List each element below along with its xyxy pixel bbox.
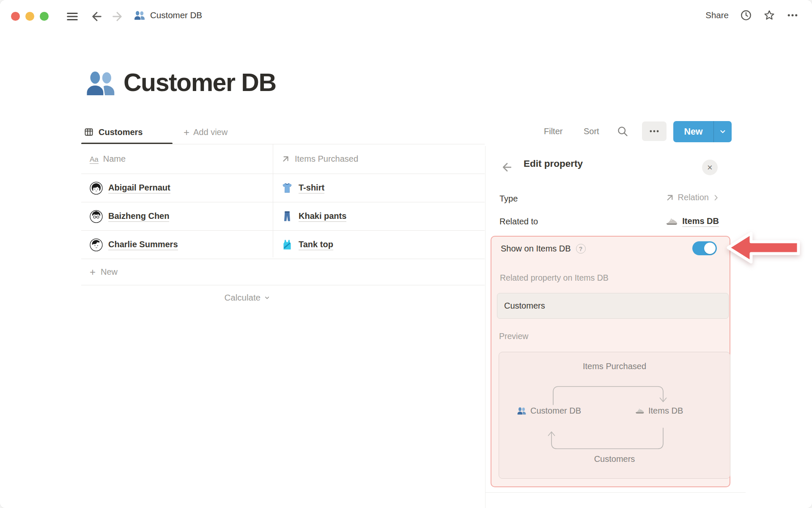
related-property-label: Related property on Items DB <box>500 273 609 283</box>
panel-title: Edit property <box>524 158 583 169</box>
ellipsis-icon[interactable] <box>787 9 798 21</box>
zoom-window-button[interactable] <box>40 12 49 21</box>
table-row: Abigail Pernaut T-shirt <box>81 174 485 202</box>
share-button[interactable]: Share <box>705 10 729 20</box>
customers-table: Aa Name Items Purchased Abigail Pernaut … <box>81 144 485 303</box>
add-view-button[interactable]: + Add view <box>184 127 228 137</box>
chevron-right-icon <box>712 194 720 202</box>
close-window-button[interactable] <box>11 12 20 21</box>
column-header-label: Name <box>103 154 126 164</box>
more-options-button[interactable] <box>642 121 667 141</box>
text-type-icon: Aa <box>90 154 99 164</box>
toggle-knob <box>704 243 716 254</box>
new-button[interactable]: New <box>673 121 732 142</box>
related-to-value[interactable]: Items DB <box>665 215 719 228</box>
sort-button[interactable]: Sort <box>584 127 599 136</box>
back-icon[interactable] <box>90 10 104 23</box>
filter-button[interactable]: Filter <box>544 127 562 136</box>
related-property-input[interactable] <box>497 293 729 319</box>
table-view-icon <box>84 127 94 137</box>
chevron-down-icon[interactable] <box>714 121 732 142</box>
avatar <box>90 210 103 223</box>
calculate-button[interactable]: Calculate <box>225 293 270 303</box>
plus-icon: + <box>184 128 189 137</box>
table-header-row: Aa Name Items Purchased <box>81 144 485 174</box>
panel-divider <box>485 146 486 508</box>
sneaker-icon <box>635 406 645 416</box>
relation-link[interactable]: Khaki pants <box>299 211 346 222</box>
preview-items-db: Items DB <box>635 406 683 416</box>
tab-customers[interactable]: Customers <box>84 127 143 137</box>
notion-window: Customer DB Share Customer DB Customers … <box>0 0 812 508</box>
column-divider <box>273 144 273 257</box>
star-icon[interactable] <box>763 9 775 21</box>
column-header-items-purchased[interactable]: Items Purchased <box>273 144 485 174</box>
add-view-label: Add view <box>193 127 228 137</box>
people-icon[interactable] <box>85 67 117 99</box>
tab-label: Customers <box>99 127 143 137</box>
name-cell[interactable]: Abigail Pernaut <box>81 174 273 202</box>
relation-link[interactable]: T-shirt <box>299 183 324 193</box>
name-cell[interactable]: Baizheng Chen <box>81 202 273 230</box>
show-on-items-db-label: Show on Items DB <box>501 244 571 254</box>
type-label: Type <box>499 194 518 204</box>
type-value[interactable]: Relation <box>665 193 720 202</box>
preview-items-db-label: Items DB <box>648 406 683 416</box>
menu-icon[interactable] <box>66 10 79 23</box>
avatar <box>90 238 103 251</box>
people-icon <box>517 406 527 416</box>
chevron-down-icon <box>264 295 270 301</box>
forward-icon <box>110 10 124 23</box>
jeans-icon <box>281 210 293 222</box>
relation-arrow-icon <box>665 193 675 202</box>
page-link[interactable]: Baizheng Chen <box>108 211 169 222</box>
new-button-label[interactable]: New <box>673 121 713 142</box>
table-row: Baizheng Chen Khaki pants <box>81 202 485 231</box>
sneaker-icon <box>665 215 678 228</box>
preview-top-property: Items Purchased <box>499 362 730 371</box>
preview-customer-db: Customer DB <box>517 406 581 416</box>
related-to-label: Related to <box>499 217 538 226</box>
show-on-items-db-row: Show on Items DB ? <box>501 244 586 254</box>
tshirt-icon <box>281 182 293 194</box>
page-link[interactable]: Charlie Summers <box>108 240 178 250</box>
column-header-label: Items Purchased <box>295 154 358 164</box>
window-controls <box>11 12 49 21</box>
preview-bottom-property: Customers <box>499 454 730 464</box>
column-header-name[interactable]: Aa Name <box>81 144 273 174</box>
panel-bottom-divider <box>485 492 746 493</box>
calculate-row: Calculate <box>81 293 273 303</box>
calculate-label: Calculate <box>225 293 261 303</box>
tanktop-icon <box>281 239 293 251</box>
show-on-items-db-section: Show on Items DB ? Related property on I… <box>491 236 730 487</box>
back-icon[interactable] <box>501 161 513 174</box>
table-row: Charlie Summers Tank top <box>81 231 485 259</box>
clock-icon[interactable] <box>740 9 752 21</box>
topbar-actions: Share <box>705 9 798 21</box>
name-cell[interactable]: Charlie Summers <box>81 231 273 259</box>
page-link[interactable]: Abigail Pernaut <box>108 183 170 193</box>
preview-box: Items Purchased Customer DB Items DB Cus… <box>499 352 730 479</box>
new-row-button[interactable]: + New <box>81 259 485 285</box>
related-db-link[interactable]: Items DB <box>682 216 719 227</box>
people-icon <box>134 9 145 21</box>
more-options-icon <box>649 126 660 137</box>
question-icon[interactable]: ? <box>576 244 586 254</box>
page-title: Customer DB <box>123 64 276 102</box>
items-purchased-cell[interactable]: T-shirt <box>273 174 485 202</box>
breadcrumb-label: Customer DB <box>150 10 202 20</box>
items-purchased-cell[interactable]: Tank top <box>273 231 485 259</box>
avatar <box>90 182 103 195</box>
items-purchased-cell[interactable]: Khaki pants <box>273 202 485 230</box>
relation-link[interactable]: Tank top <box>299 240 333 250</box>
preview-label: Preview <box>499 331 528 341</box>
preview-customer-db-label: Customer DB <box>530 406 581 416</box>
new-row-label: New <box>101 267 118 277</box>
close-icon[interactable]: × <box>702 160 718 175</box>
show-on-items-db-toggle[interactable] <box>692 241 717 255</box>
relation-arrow-icon <box>281 155 290 163</box>
minimize-window-button[interactable] <box>25 12 34 21</box>
breadcrumb[interactable]: Customer DB <box>134 9 202 21</box>
type-value-label: Relation <box>678 193 709 202</box>
search-icon[interactable] <box>617 125 628 137</box>
